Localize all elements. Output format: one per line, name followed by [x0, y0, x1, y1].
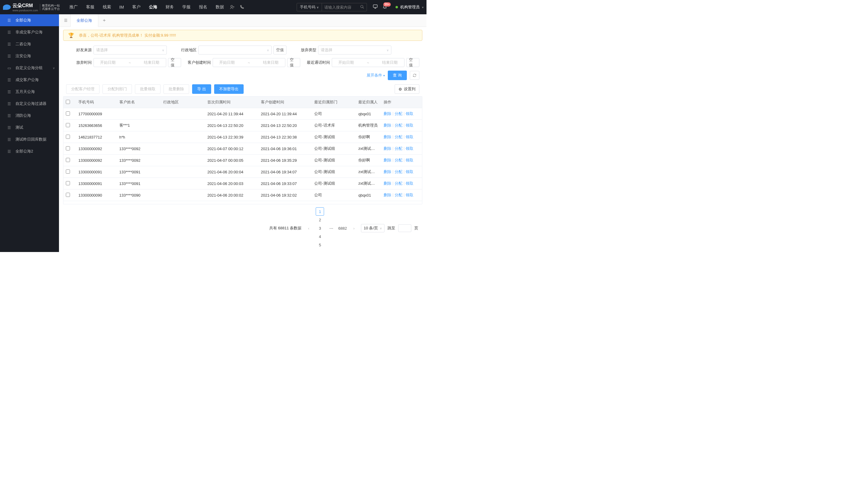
row-action-link[interactable]: 分配: [395, 169, 402, 175]
search-input[interactable]: [322, 4, 358, 11]
nav-item[interactable]: IM: [116, 0, 128, 14]
row-action-link[interactable]: 领取: [406, 123, 413, 128]
row-action-link[interactable]: 删除: [384, 111, 392, 116]
sidebar-item[interactable]: ▭自定义公海分组∨: [0, 62, 59, 74]
search-type-select[interactable]: 手机号码∨: [297, 3, 322, 11]
bell-icon[interactable]: 99+: [380, 4, 389, 10]
column-header[interactable]: 操作: [381, 96, 422, 108]
page-prev-icon[interactable]: ‹: [304, 224, 313, 232]
nav-item[interactable]: 客服: [83, 0, 98, 14]
row-action-link[interactable]: 领取: [406, 193, 413, 198]
column-settings-button[interactable]: ⚙设置列: [395, 84, 419, 94]
tab-active[interactable]: 全部公海: [70, 14, 98, 27]
row-checkbox[interactable]: [66, 123, 70, 127]
refresh-icon[interactable]: [410, 71, 419, 80]
sidebar-item[interactable]: ☰五月天公海: [0, 86, 59, 98]
nav-item[interactable]: 线索: [99, 0, 115, 14]
row-action-link[interactable]: 删除: [384, 193, 392, 198]
nav-item[interactable]: 推广: [66, 0, 81, 14]
page-next-icon[interactable]: ›: [350, 224, 358, 232]
toolbar-button[interactable]: 批量领取: [135, 84, 161, 94]
column-header[interactable]: 最近归属部门: [312, 96, 356, 108]
row-checkbox[interactable]: [66, 169, 70, 174]
sidebar-item[interactable]: ☰测试: [0, 122, 59, 133]
row-action-link[interactable]: 删除: [384, 169, 392, 175]
toolbar-button[interactable]: 分配客户经理: [66, 84, 99, 94]
nav-item[interactable]: 数据: [212, 0, 228, 14]
sidebar-item[interactable]: ☰二咨公海: [0, 38, 59, 50]
row-action-link[interactable]: 分配: [395, 111, 402, 116]
row-action-link[interactable]: 分配: [395, 181, 402, 186]
search-icon[interactable]: [358, 5, 367, 10]
column-header[interactable]: 客户创建时间: [258, 96, 312, 108]
row-action-link[interactable]: 删除: [384, 158, 392, 163]
row-action-link[interactable]: 领取: [406, 146, 413, 151]
sidebar-item[interactable]: ☰自定义公海过滤器: [0, 98, 59, 110]
empty-value-button[interactable]: 空值: [273, 46, 287, 55]
user-menu[interactable]: 机构管理员 ▾: [396, 4, 423, 10]
filter-select[interactable]: 请选择∨: [93, 46, 167, 55]
user-plus-icon[interactable]: [228, 4, 237, 10]
page-number[interactable]: 1: [316, 207, 324, 216]
sidebar-item[interactable]: ☰注安公海: [0, 50, 59, 62]
row-action-link[interactable]: 删除: [384, 181, 392, 186]
export-button[interactable]: 导 出: [192, 84, 211, 94]
sidebar-item[interactable]: ☰非成交客户公海: [0, 26, 59, 38]
row-checkbox[interactable]: [66, 134, 70, 139]
monitor-icon[interactable]: [370, 4, 380, 11]
row-action-link[interactable]: 分配: [395, 123, 402, 128]
page-number[interactable]: 2: [316, 216, 324, 224]
filter-select[interactable]: 请选择∨: [318, 46, 392, 55]
page-number[interactable]: 5: [316, 241, 324, 249]
empty-value-button[interactable]: 空值: [406, 58, 419, 67]
column-header[interactable]: 手机号码: [76, 96, 117, 108]
tab-collapse-icon[interactable]: ☰: [61, 18, 70, 23]
row-action-link[interactable]: 删除: [384, 146, 392, 151]
column-header[interactable]: 最近归属人: [356, 96, 381, 108]
date-range-picker[interactable]: 开始日期~结束日期: [93, 58, 166, 67]
filter-select[interactable]: ∨: [198, 46, 272, 55]
row-checkbox[interactable]: [66, 111, 70, 115]
row-action-link[interactable]: 领取: [406, 111, 413, 116]
nav-item[interactable]: 报名: [195, 0, 211, 14]
row-action-link[interactable]: 分配: [395, 193, 402, 198]
row-checkbox[interactable]: [66, 146, 70, 150]
column-header[interactable]: 首次归属时间: [205, 96, 258, 108]
page-last[interactable]: 6882: [338, 224, 347, 232]
page-number[interactable]: 4: [316, 232, 324, 241]
phone-icon[interactable]: [237, 5, 247, 10]
page-number[interactable]: 3: [316, 224, 324, 232]
sidebar-item[interactable]: ☰全部公海: [0, 14, 59, 26]
date-range-picker[interactable]: 开始日期~结束日期: [213, 58, 286, 67]
row-checkbox[interactable]: [66, 158, 70, 162]
row-action-link[interactable]: 删除: [384, 123, 392, 128]
date-range-picker[interactable]: 开始日期~结束日期: [332, 58, 405, 67]
row-action-link[interactable]: 分配: [395, 146, 402, 151]
row-action-link[interactable]: 删除: [384, 134, 392, 140]
nav-item[interactable]: 公海: [145, 0, 161, 14]
row-action-link[interactable]: 分配: [395, 134, 402, 140]
logo[interactable]: 云朵CRM www.yunduocrm.com 教育机构一站 式服务云平台: [3, 3, 60, 12]
row-action-link[interactable]: 领取: [406, 158, 413, 163]
row-action-link[interactable]: 分配: [395, 158, 402, 163]
tab-add-icon[interactable]: ＋: [98, 17, 110, 23]
sidebar-item[interactable]: ☰全部公海2: [0, 145, 59, 157]
row-checkbox[interactable]: [66, 181, 70, 185]
nav-item[interactable]: 财务: [162, 0, 178, 14]
nav-item[interactable]: 客户: [129, 0, 144, 14]
jump-input[interactable]: [398, 224, 411, 232]
select-all-checkbox[interactable]: [66, 100, 70, 104]
column-header[interactable]: 行政地区: [161, 96, 205, 108]
empty-value-button[interactable]: 空值: [287, 58, 300, 67]
page-size-select[interactable]: 10 条/页∨: [361, 224, 384, 232]
nav-item[interactable]: 学服: [179, 0, 194, 14]
sidebar-item[interactable]: ☰测试昨日回库数据: [0, 133, 59, 145]
row-action-link[interactable]: 领取: [406, 169, 413, 175]
toolbar-button[interactable]: 分配到部门: [103, 84, 132, 94]
row-checkbox[interactable]: [66, 193, 70, 197]
page-ellipsis[interactable]: ⋯: [327, 224, 335, 232]
row-action-link[interactable]: 领取: [406, 134, 413, 140]
sidebar-item[interactable]: ☰成交客户公海: [0, 74, 59, 86]
empty-value-button[interactable]: 空值: [168, 58, 181, 67]
sidebar-item[interactable]: ☰消防公海: [0, 110, 59, 122]
